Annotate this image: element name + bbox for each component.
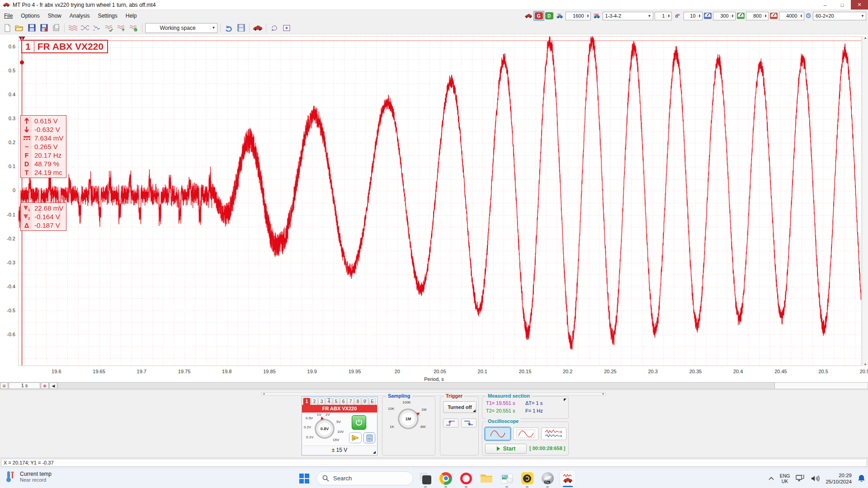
signal-measurements-box[interactable]: 0.615 V-0.632 V7.634 mV~0.265 VF20.17 Hz… [20, 115, 66, 178]
taskbar-weather-widget[interactable]: Current temp Near record [5, 470, 52, 483]
yellow-utility-app-icon[interactable] [519, 470, 535, 487]
save-icon[interactable] [26, 23, 37, 33]
spinner-arrows-icon[interactable]: ▲▼ [763, 14, 768, 18]
mail-app-icon[interactable] [499, 470, 515, 487]
export-icon[interactable] [51, 23, 61, 33]
menu-item-help[interactable]: Help [122, 11, 141, 21]
menu-item-options[interactable]: Options [17, 11, 43, 21]
zoom-in-button[interactable]: ⊕ [41, 382, 49, 389]
zoom-out-button[interactable]: ⊖ [0, 382, 8, 389]
title-bar: MT Pro 4 - fr abx vx220 trying turn whee… [0, 0, 868, 10]
car-test-icon[interactable] [252, 23, 263, 33]
channel-tab-1[interactable]: 1 [303, 398, 311, 405]
waveform-view-icon[interactable] [67, 23, 78, 33]
maximize-button[interactable]: □ [834, 0, 851, 9]
search-input[interactable]: Search [316, 471, 413, 485]
start-button[interactable]: Start [485, 444, 527, 454]
minimize-button[interactable]: – [816, 0, 834, 9]
clock-widget[interactable]: 20:29 25/10/2024 [826, 472, 852, 485]
waveform-add-icon[interactable] [116, 23, 127, 33]
rpm-mid-spinner[interactable]: 800 ▲▼ [746, 12, 769, 20]
menu-item-file[interactable]: File [0, 11, 17, 21]
gasoline-engine-icon[interactable]: G [534, 12, 543, 20]
save-workspace-icon[interactable] [236, 23, 246, 33]
channel-tab-6[interactable]: 6 [340, 398, 347, 405]
save-as-icon[interactable] [38, 23, 49, 33]
channel-tab-7[interactable]: 7 [347, 398, 354, 405]
time-scale-value[interactable]: 1 s [9, 382, 40, 389]
language-indicator[interactable]: ENG UK [780, 473, 790, 484]
rpm-high-spinner[interactable]: 4000 ▲▼ [779, 12, 804, 20]
scroll-down-icon[interactable]: ▼ [864, 363, 867, 366]
channel-calculator-button[interactable] [363, 432, 375, 443]
sampling-rate-knob[interactable]: 1M [398, 408, 419, 429]
notification-bell-icon[interactable] [858, 474, 865, 483]
open-file-icon[interactable] [14, 23, 25, 33]
network-icon[interactable] [796, 475, 805, 482]
crank-pattern-combo[interactable]: 60-2+20 ▼ [813, 12, 866, 20]
undo-icon[interactable] [223, 23, 234, 33]
rotate-view-icon[interactable] [269, 23, 280, 33]
firing-order-combo[interactable]: 1-3-4-2 ▼ [603, 12, 653, 20]
workspace-combo[interactable]: Working space ▼ [145, 23, 217, 33]
channel-tab-5[interactable]: 5 [333, 398, 340, 405]
channel-label-box[interactable]: 1 FR ABX VX220 [21, 40, 108, 53]
windowed-sweep-button[interactable] [513, 427, 538, 440]
falling-edge-button[interactable] [461, 418, 476, 427]
rising-edge-button[interactable] [443, 418, 458, 427]
tray-chevron-up-icon[interactable] [769, 477, 774, 480]
scroll-up-icon[interactable]: ▲ [864, 36, 867, 39]
spinner-arrows-icon[interactable]: ▲▼ [730, 14, 735, 18]
google-earth-pro-icon[interactable]: Pro [539, 470, 556, 487]
new-window-icon[interactable] [281, 23, 292, 33]
menu-item-settings[interactable]: Settings [94, 11, 121, 21]
vertical-scrollbar[interactable]: ▲ ▼ [862, 36, 868, 366]
voltage-range-knob[interactable]: 0.8V [315, 419, 335, 439]
channel-power-button[interactable] [352, 415, 366, 430]
file-explorer-icon[interactable] [478, 470, 495, 487]
channel-tab-9'[interactable]: 9' [362, 398, 368, 405]
chrome-icon[interactable] [438, 470, 454, 487]
multi-channel-scroll-button[interactable] [541, 427, 566, 440]
waveform-canvas[interactable] [18, 36, 862, 366]
angle-spinner[interactable]: 10 ▲▼ [684, 12, 703, 20]
panel-collapse-strip[interactable]: ▼▼ [261, 392, 606, 396]
waveform-overlay-icon[interactable] [80, 23, 90, 33]
channel-tab-4[interactable]: 4 [326, 398, 332, 405]
horizontal-scrollbar[interactable] [58, 382, 868, 389]
mtpro-taskbar-icon[interactable] [560, 470, 576, 487]
start-button-windows[interactable] [296, 470, 312, 487]
taskbar-app-dark-icon[interactable] [417, 470, 434, 487]
menu-item-analysis[interactable]: Analysis [66, 11, 94, 21]
spinner-arrows-icon[interactable]: ▲▼ [799, 14, 804, 18]
car-icon[interactable] [524, 12, 533, 20]
volume-icon[interactable] [811, 475, 820, 482]
menu-item-show[interactable]: Show [44, 11, 66, 21]
displacement-spinner[interactable]: 1600 ▲▼ [566, 12, 591, 20]
gear-icon[interactable]: ⚙ [806, 12, 811, 20]
spinner-arrows-icon[interactable]: ▲▼ [666, 14, 671, 18]
scrollbar-thumb[interactable] [58, 383, 775, 389]
trigger-mode-button[interactable]: Turned off [443, 401, 476, 413]
single-sweep-button[interactable] [485, 427, 510, 440]
waveform-check-icon[interactable] [104, 23, 115, 33]
close-button[interactable]: ✕ [851, 0, 868, 9]
channel-tab-2[interactable]: 2 [311, 398, 318, 405]
new-file-icon[interactable] [2, 23, 13, 33]
signal-measurement-row: ~0.265 V [22, 142, 63, 151]
waveform-loop-icon[interactable] [92, 23, 103, 33]
spinner-arrows-icon[interactable]: ▲▼ [585, 14, 590, 18]
marker-measurements-box[interactable]: 122.68 mV2-0.164 VΔ-0.187 V [20, 202, 66, 231]
diesel-engine-icon[interactable]: D [545, 12, 554, 20]
scroll-left-button[interactable]: ◀ [49, 382, 57, 389]
channel-autoset-button[interactable]: x [349, 432, 362, 443]
waveform-verify-icon[interactable] [128, 23, 139, 33]
rpm-low-spinner[interactable]: 300 ▲▼ [713, 12, 736, 20]
channel-tab-3[interactable]: 3 [318, 398, 325, 405]
channel-range-selector[interactable]: ± 15 V [303, 446, 376, 454]
channel-tab-8[interactable]: 8 [354, 398, 361, 405]
opera-icon[interactable] [458, 470, 474, 487]
spinner-arrows-icon[interactable]: ▲▼ [697, 14, 702, 18]
channel-tab-E[interactable]: E [369, 398, 376, 405]
cylinder-spinner[interactable]: 1 ▲▼ [655, 12, 672, 20]
